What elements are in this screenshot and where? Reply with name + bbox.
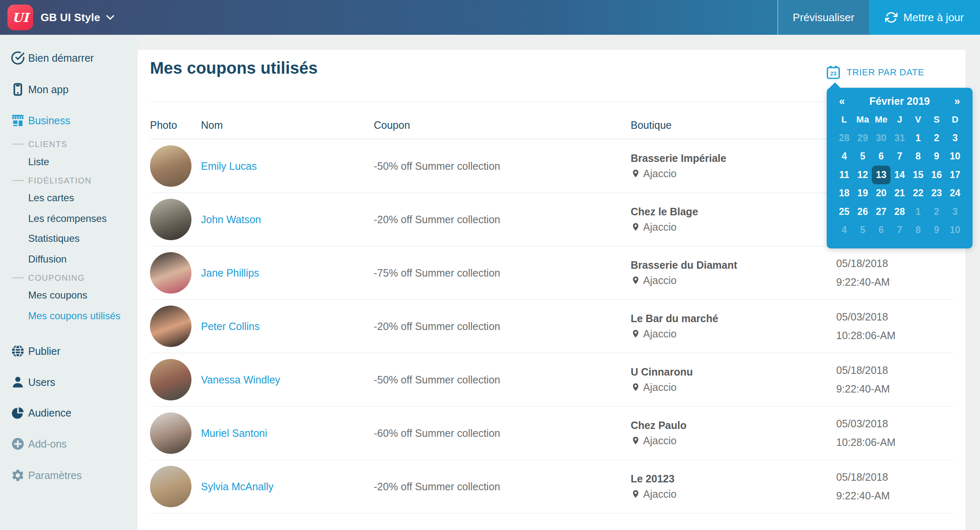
calendar-day[interactable]: 10 <box>946 221 965 240</box>
sidebar-item-business[interactable]: Business <box>0 111 138 130</box>
calendar-day[interactable]: 15 <box>909 166 927 184</box>
customer-avatar[interactable] <box>150 359 191 400</box>
calendar-day[interactable]: 17 <box>946 166 965 184</box>
customer-avatar[interactable] <box>150 252 191 294</box>
sidebar-item-liste[interactable]: Liste <box>0 154 138 170</box>
sidebar-item-add-ons[interactable]: Add-ons <box>0 435 138 453</box>
section-dash <box>12 180 24 181</box>
calendar-day[interactable]: 2 <box>927 129 946 147</box>
customer-name-link[interactable]: Sylvia McAnally <box>201 481 273 492</box>
calendar-day[interactable]: 7 <box>890 221 909 240</box>
sidebar-item-bien-demarrer[interactable]: Bien démarrer <box>0 49 138 67</box>
calendar-day[interactable]: 20 <box>872 184 890 203</box>
preview-button[interactable]: Prévisualiser <box>778 0 869 35</box>
boutique-cell: Le 20123 Ajaccio <box>631 473 836 500</box>
boutique-location: Ajaccio <box>631 221 836 233</box>
calendar-day[interactable]: 1 <box>909 202 927 221</box>
calendar-day[interactable]: 28 <box>890 202 909 221</box>
name-cell: Vanessa Windley <box>201 374 374 386</box>
sidebar-item-statistiques[interactable]: Statistiques <box>0 230 138 247</box>
calendar-month-label: Février 2019 <box>827 95 973 107</box>
sidebar-section-couponing: COUPONING <box>0 271 138 285</box>
calendar-day[interactable]: 10 <box>946 147 965 166</box>
calendar-next-month-button[interactable]: » <box>954 95 960 107</box>
coupon-label: -60% off Summer collection <box>374 427 631 439</box>
app-logo[interactable]: UI <box>7 5 33 30</box>
calendar-day[interactable]: 3 <box>946 202 965 221</box>
customer-avatar[interactable] <box>150 412 191 454</box>
customer-avatar[interactable] <box>150 306 191 347</box>
calendar-day[interactable]: 16 <box>927 166 946 184</box>
calendar-day[interactable]: 23 <box>927 184 946 203</box>
sidebar-item-parametres[interactable]: Paramètres <box>0 466 138 484</box>
sidebar-item-les-cartes[interactable]: Les cartes <box>0 190 138 206</box>
calendar-day[interactable]: 5 <box>854 221 872 240</box>
calendar-day[interactable]: 29 <box>854 129 872 147</box>
app-logo-text: UI <box>12 10 29 25</box>
calendar-day[interactable]: 14 <box>890 166 909 184</box>
calendar-day[interactable]: 31 <box>890 129 909 147</box>
calendar-day[interactable]: 4 <box>835 147 854 166</box>
calendar-day-name: Ma <box>854 114 872 125</box>
coupon-label: -20% off Summer collection <box>374 214 631 226</box>
calendar-day[interactable]: 30 <box>872 129 890 147</box>
customer-name-link[interactable]: Muriel Santoni <box>201 427 267 439</box>
calendar-day[interactable]: 8 <box>909 147 927 166</box>
popup-notch <box>829 82 841 88</box>
customer-avatar[interactable] <box>150 145 191 187</box>
calendar-day[interactable]: 6 <box>872 147 890 166</box>
calendar-day[interactable]: 3 <box>946 129 965 147</box>
customer-name-link[interactable]: Emily Lucas <box>201 160 257 172</box>
calendar-day[interactable]: 25 <box>835 202 854 221</box>
sidebar-item-mes-coupons[interactable]: Mes coupons <box>0 287 138 304</box>
name-cell: Sylvia McAnally <box>201 481 374 493</box>
calendar-day[interactable]: 9 <box>927 221 946 240</box>
customer-name-link[interactable]: Vanessa Windley <box>201 374 280 385</box>
calendar-day[interactable]: 11 <box>835 166 854 184</box>
photo-cell <box>150 306 201 347</box>
calendar-day[interactable]: 7 <box>890 147 909 166</box>
sidebar-item-mes-coupons-utilises[interactable]: Mes coupons utilisés <box>0 308 138 324</box>
sort-by-date-button[interactable]: 23 TRIER PAR DATE <box>825 64 924 81</box>
photo-cell <box>150 252 201 294</box>
sidebar-item-mon-app[interactable]: Mon app <box>0 80 138 99</box>
boutique-cell: Chez Paulo Ajaccio <box>631 419 836 447</box>
calendar-day[interactable]: 28 <box>835 129 854 147</box>
calendar-day[interactable]: 12 <box>854 166 872 184</box>
calendar-day[interactable]: 21 <box>890 184 909 203</box>
calendar-day[interactable]: 27 <box>872 202 890 221</box>
sidebar-item-publier[interactable]: Publier <box>0 342 138 360</box>
sidebar-item-diffusion[interactable]: Diffusion <box>0 251 138 267</box>
calendar-day[interactable]: 1 <box>909 129 927 147</box>
update-button[interactable]: Mettre à jour <box>869 0 980 35</box>
calendar-day[interactable]: 6 <box>872 221 890 240</box>
table-row: Muriel Santoni -60% off Summer collectio… <box>150 407 953 460</box>
calendar-day[interactable]: 18 <box>835 184 854 203</box>
coupon-label: -20% off Summer collection <box>374 320 631 332</box>
calendar-day[interactable]: 26 <box>854 202 872 221</box>
used-date: 05/03/2018 <box>836 418 953 430</box>
sidebar-item-users[interactable]: Users <box>0 373 138 391</box>
calendar-day[interactable]: 4 <box>835 221 854 240</box>
calendar-day[interactable]: 8 <box>909 221 927 240</box>
app-switcher[interactable]: GB UI Style <box>41 0 114 35</box>
customer-name-link[interactable]: John Watson <box>201 214 261 225</box>
calendar-day[interactable]: 2 <box>927 202 946 221</box>
sidebar-item-les-recompenses[interactable]: Les récompenses <box>0 210 138 227</box>
sidebar-item-audience[interactable]: Audience <box>0 404 138 422</box>
photo-cell <box>150 145 201 187</box>
customer-avatar[interactable] <box>150 466 191 507</box>
calendar-day[interactable]: 22 <box>909 184 927 203</box>
calendar-day[interactable]: 5 <box>854 147 872 166</box>
sidebar-section-fidelisation: FIDÉLISATION <box>0 173 138 188</box>
customer-name-link[interactable]: Jane Phillips <box>201 267 259 279</box>
calendar-day[interactable]: 24 <box>946 184 965 203</box>
customer-name-link[interactable]: Peter Collins <box>201 320 260 332</box>
calendar-day[interactable]: 9 <box>927 147 946 166</box>
calendar-day[interactable]: 19 <box>854 184 872 203</box>
coupon-label: -75% off Summer collection <box>374 267 631 279</box>
customer-avatar[interactable] <box>150 199 191 240</box>
calendar-day-selected[interactable]: 13 <box>872 166 890 184</box>
boutique-location: Ajaccio <box>631 435 836 447</box>
used-time: 10:28:06-AM <box>836 436 953 448</box>
